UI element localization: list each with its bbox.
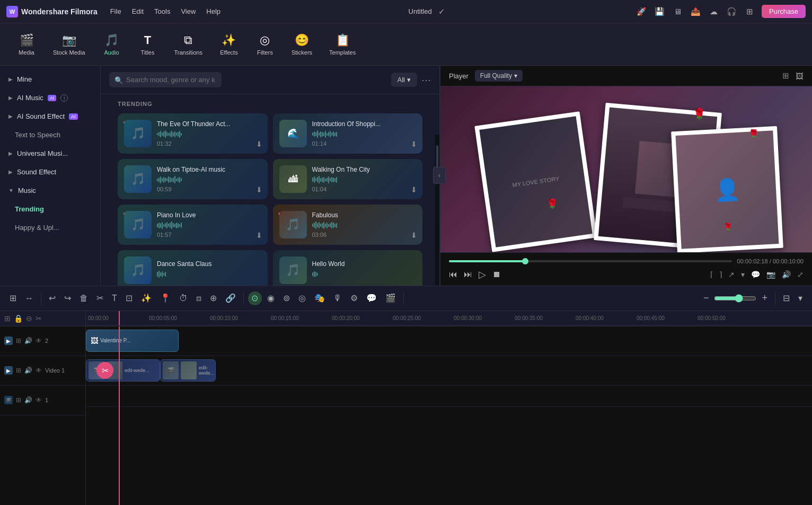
toolbar-titles[interactable]: T Titles — [132, 29, 164, 60]
redo-button[interactable]: ↪ — [61, 291, 74, 305]
play-button[interactable]: ▷ — [479, 269, 486, 280]
sidebar-item-universal-music[interactable]: ▶ Universal Musi... — [0, 144, 100, 163]
track-card-3[interactable]: 🎵 Walk on Tiptoe-AI music 00:59 ⬇ — [118, 159, 268, 199]
tl-cut-icon[interactable]: ✂ — [36, 314, 42, 323]
mark-in-button[interactable]: ⌈ — [710, 270, 713, 279]
track-1-audio-icon[interactable]: 🔊 — [24, 367, 32, 374]
cloud-icon[interactable]: ☁ — [708, 6, 719, 17]
video-track-audio-icon[interactable]: 🔊 — [24, 396, 32, 404]
track-card-7[interactable]: 🎵 Dance Santa Claus — [118, 250, 268, 286]
search-input[interactable] — [109, 72, 222, 87]
sidebar-item-trending[interactable]: Trending — [0, 200, 100, 218]
track-5-download-icon[interactable]: ⬇ — [256, 231, 262, 240]
motion-track-button[interactable]: ◉ — [264, 291, 278, 305]
clip-video2[interactable]: 🎬 edit-wede... — [160, 359, 216, 382]
save-icon[interactable]: 💾 — [654, 6, 665, 17]
split-audio-button[interactable]: ⊕ — [207, 291, 220, 305]
tl-add-track-icon[interactable]: ⊞ — [4, 314, 11, 323]
frame-back-button[interactable]: ⏭ — [464, 270, 472, 279]
zoom-slider[interactable] — [714, 294, 756, 303]
lens-correct-button[interactable]: ◎ — [295, 291, 309, 305]
tl-lock-icon[interactable]: 🔒 — [14, 314, 23, 323]
headset-icon[interactable]: 🎧 — [726, 6, 737, 17]
screen-icon[interactable]: 🖥 — [672, 6, 683, 17]
layout-icon[interactable]: ⊞ — [744, 6, 755, 17]
chain-button[interactable]: 🔗 — [222, 291, 239, 305]
video-track-add-icon[interactable]: ⊞ — [16, 396, 21, 404]
track-2-add-icon[interactable]: ⊞ — [16, 337, 21, 344]
menu-edit[interactable]: Edit — [132, 7, 144, 15]
sidebar-item-mine[interactable]: ▶ Mine — [0, 70, 100, 88]
stop-button[interactable]: ⏹ — [492, 270, 501, 279]
cut-button[interactable]: ✂ — [93, 291, 107, 305]
purchase-button[interactable]: Purchase — [762, 5, 806, 18]
volume-button[interactable]: 🔊 — [782, 270, 791, 279]
track-2-eye-icon[interactable]: 👁 — [36, 337, 42, 344]
video-effect-button[interactable]: 🎬 — [382, 291, 399, 305]
toolbar-filters[interactable]: ◎ Filters — [249, 29, 281, 60]
menu-view[interactable]: View — [181, 7, 196, 15]
toolbar-stock-media[interactable]: 📷 Stock Media — [47, 29, 92, 60]
mark-out-button[interactable]: ⌉ — [719, 270, 722, 279]
mask-button[interactable]: 🎭 — [311, 291, 328, 305]
undo-button[interactable]: ↩ — [46, 291, 59, 305]
snap-to-grid-button[interactable]: ⊞ — [6, 291, 20, 305]
toolbar-transitions[interactable]: ⧉ Transitions — [168, 29, 209, 60]
delete-button[interactable]: 🗑 — [76, 291, 91, 305]
sidebar-item-happy[interactable]: Happy & Upl... — [0, 218, 100, 237]
crop-button[interactable]: ⊡ — [122, 291, 136, 305]
toolbar-media[interactable]: 🎬 Media — [11, 29, 42, 60]
track-4-download-icon[interactable]: ⬇ — [411, 185, 417, 194]
auto-caption-button[interactable]: 💬 — [363, 291, 380, 305]
track-card-4[interactable]: 🏙 Walking On The City 01:04 ⬇ — [273, 159, 423, 199]
track-card-6[interactable]: ♥ 🎵 Fabulous 03:06 — [273, 205, 423, 245]
rocket-icon[interactable]: 🚀 — [636, 6, 647, 17]
grid-view-button[interactable]: ⊞ — [782, 71, 789, 81]
track-view-button[interactable]: ⊟ — [780, 291, 793, 305]
audio-duck-button[interactable]: 🎙 — [330, 291, 345, 305]
subtitle-button[interactable]: 💬 — [751, 270, 760, 279]
tl-collapse-icon[interactable]: ⊖ — [26, 314, 32, 323]
sidebar-item-sound-effect[interactable]: ▶ Sound Effect — [0, 163, 100, 181]
video-track-eye-icon[interactable]: 👁 — [36, 396, 42, 404]
fullscreen-button[interactable]: ⤢ — [797, 270, 804, 279]
rewind-button[interactable]: ⏮ — [449, 270, 457, 279]
zoom-out-button[interactable]: − — [700, 290, 712, 306]
toolbar-effects[interactable]: ✨ Effects — [213, 29, 245, 60]
menu-help[interactable]: Help — [206, 7, 220, 15]
audio-scroll-area[interactable]: TRENDING ♥ 🎵 The Eve Of Thunder Act... — [101, 94, 439, 286]
track-1-eye-icon[interactable]: 👁 — [36, 367, 42, 374]
more-ctrl-button[interactable]: ▾ — [741, 270, 745, 279]
more-edit-button[interactable]: ▾ — [795, 291, 806, 305]
menu-file[interactable]: File — [110, 7, 121, 15]
sidebar-item-ai-sound-effect[interactable]: ▶ AI Sound Effect AI — [0, 107, 100, 126]
text-button[interactable]: T — [109, 291, 120, 305]
progress-bar[interactable] — [449, 260, 732, 262]
render-preview-button[interactable]: ↗ — [728, 270, 735, 279]
share-icon[interactable]: 📤 — [690, 6, 701, 17]
track-card-1[interactable]: ♥ 🎵 The Eve Of Thunder Act... 01:32 — [118, 113, 268, 154]
sidebar-item-text-to-speech[interactable]: Text to Speech — [0, 126, 100, 144]
timer-button[interactable]: ⏱ — [176, 291, 191, 305]
more-options-button[interactable]: ⋯ — [421, 74, 431, 86]
track-3-download-icon[interactable]: ⬇ — [256, 185, 262, 194]
stabilize-button[interactable]: ⊚ — [280, 291, 293, 305]
quality-select[interactable]: Full Quality ▾ — [475, 70, 523, 82]
multi-trim-button[interactable]: ⧈ — [193, 291, 205, 305]
track-1-add-icon[interactable]: ⊞ — [16, 367, 21, 374]
color-correct-button[interactable]: ⊙ — [248, 291, 262, 305]
track-card-8[interactable]: 🎵 Hello World — [273, 250, 423, 286]
image-view-button[interactable]: 🖼 — [796, 72, 804, 81]
toolbar-stickers[interactable]: 😊 Stickers — [285, 29, 319, 60]
sidebar-item-ai-music[interactable]: ▶ AI Music AI i — [0, 88, 100, 107]
ai-tool-button[interactable]: ⚙ — [347, 291, 361, 305]
toolbar-audio[interactable]: 🎵 Audio — [96, 29, 128, 60]
track-6-download-icon[interactable]: ⬇ — [411, 231, 417, 240]
effects-button[interactable]: ✨ — [138, 291, 155, 305]
sidebar-item-music[interactable]: ▼ Music — [0, 181, 100, 200]
clip-valentine[interactable]: 🖼 Valentine P... — [86, 330, 179, 352]
add-marker-button[interactable]: 📍 — [157, 291, 174, 305]
track-2-audio-icon[interactable]: 🔊 — [24, 337, 32, 344]
track-card-2[interactable]: 🌊 Introduction Of Shoppi... 01:14 ⬇ — [273, 113, 423, 154]
toolbar-templates[interactable]: 📋 Templates — [323, 29, 362, 60]
